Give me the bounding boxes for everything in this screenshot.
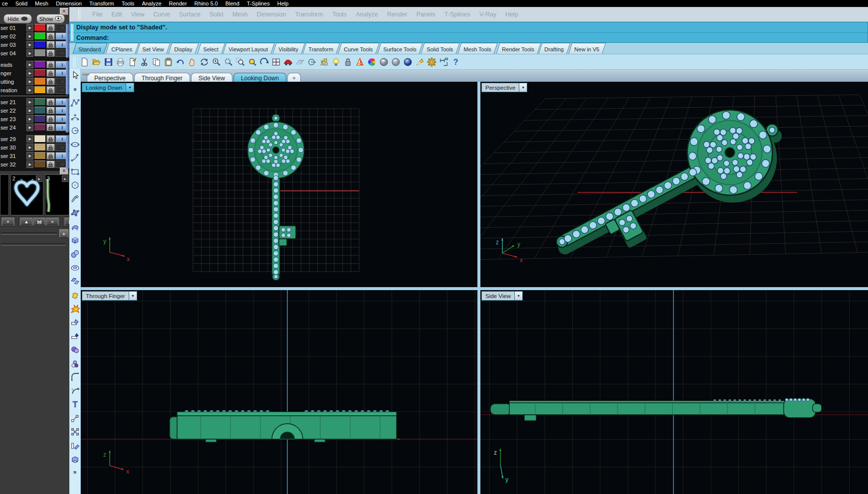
menu-item-t-splines[interactable]: T-Splines xyxy=(444,11,470,18)
layer-lock-icon[interactable] xyxy=(46,24,55,31)
layer-color-swatch[interactable] xyxy=(34,69,46,77)
viewport-title-side-view[interactable]: Side View ▼ xyxy=(481,291,523,301)
toolbar-tab-mesh-tools[interactable]: Mesh Tools xyxy=(458,43,498,54)
menu-item-tools[interactable]: Tools xyxy=(332,11,347,18)
arc-icon[interactable] xyxy=(70,112,80,122)
panel-add-button[interactable]: + xyxy=(59,229,68,238)
toolbar-more-button[interactable]: » xyxy=(73,469,77,476)
point-icon[interactable] xyxy=(70,85,80,94)
looking-down-canvas[interactable]: yx xyxy=(81,82,477,287)
menu-item-surface[interactable]: Surface xyxy=(179,11,201,18)
thumbnail-delete-button[interactable]: × xyxy=(2,218,14,225)
thumbnail-slot-partial[interactable] xyxy=(0,174,9,215)
torus-icon[interactable] xyxy=(70,263,80,272)
spheres-icon[interactable] xyxy=(70,249,80,259)
polyline-icon[interactable] xyxy=(70,98,80,108)
boolean-diff-icon[interactable] xyxy=(70,359,80,368)
layer-color-swatch[interactable] xyxy=(34,107,46,114)
layer-expand-arrow-icon[interactable]: ▶ xyxy=(26,69,34,77)
sphere-render-icon[interactable] xyxy=(402,56,414,68)
layer-expand-arrow-icon[interactable]: ▶ xyxy=(26,107,34,114)
toolbar-tab-render-tools[interactable]: Render Tools xyxy=(496,43,541,54)
sys-menu-item-rhino-5-0[interactable]: Rhino 5.0 xyxy=(195,0,218,6)
gear-icon[interactable] xyxy=(426,56,437,68)
menu-item-view[interactable]: View xyxy=(131,11,145,18)
zoom-window-icon[interactable] xyxy=(234,56,246,68)
open-file-icon[interactable] xyxy=(90,56,102,68)
undo-icon[interactable] xyxy=(174,56,186,68)
sphere-shaded-icon[interactable] xyxy=(378,56,390,68)
thumbnail-slot-2[interactable]: 2▶ xyxy=(10,174,43,215)
ellipse-icon[interactable] xyxy=(70,140,80,149)
rectangle-icon[interactable] xyxy=(70,167,80,176)
layer-row[interactable]: ser 21▶I xyxy=(0,98,69,106)
sys-menu-item-ce[interactable]: ce xyxy=(2,0,8,6)
toolbar-tab-new-in-v5[interactable]: New in V5 xyxy=(568,43,606,54)
zoom-dynamic-icon[interactable] xyxy=(222,56,234,68)
menu-item-edit[interactable]: Edit xyxy=(111,11,122,18)
show-button[interactable]: Show xyxy=(36,14,65,23)
patches-icon[interactable] xyxy=(70,277,80,286)
layer-lock-icon[interactable] xyxy=(46,78,55,85)
layer-lock-icon[interactable] xyxy=(46,124,55,131)
layer-color-swatch[interactable] xyxy=(34,115,46,123)
layer-color-swatch[interactable] xyxy=(34,78,46,85)
layer-lock-icon[interactable] xyxy=(46,107,55,114)
layer-color-swatch[interactable] xyxy=(34,61,46,68)
command-grip[interactable] xyxy=(71,24,73,41)
layer-expand-arrow-icon[interactable]: ▶ xyxy=(26,124,34,131)
viewport-side-view[interactable]: zy Side View ▼ xyxy=(480,290,868,494)
pointer-icon[interactable] xyxy=(70,71,80,80)
layer-row[interactable]: ser 02▶I xyxy=(0,32,69,40)
print-icon[interactable] xyxy=(114,56,126,68)
viewport-add-tab[interactable]: + xyxy=(287,73,301,83)
layer-lock-icon[interactable] xyxy=(46,41,55,48)
knife-icon[interactable] xyxy=(70,441,80,451)
toolbar-tab-drafting[interactable]: Drafting xyxy=(539,43,571,54)
layer-color-swatch[interactable] xyxy=(34,24,46,31)
copy-page-icon[interactable] xyxy=(126,56,138,68)
circle-icon[interactable] xyxy=(70,126,80,135)
sys-menu-item-solid[interactable]: Solid xyxy=(15,0,27,6)
thumbnail-save-button[interactable] xyxy=(33,218,45,225)
layer-lock-icon[interactable] xyxy=(46,49,55,57)
osnap-icon[interactable] xyxy=(318,56,330,68)
viewport-menu-arrow-icon[interactable]: ▼ xyxy=(126,83,134,92)
move-icon[interactable] xyxy=(70,414,80,423)
toolbar-tab-transform[interactable]: Transform xyxy=(303,43,340,54)
save-icon[interactable] xyxy=(102,56,114,68)
cage-icon[interactable] xyxy=(70,455,80,464)
layer-expand-arrow-icon[interactable]: ▶ xyxy=(26,61,34,68)
layer-row[interactable]: eads▶I xyxy=(0,61,69,68)
layer-expand-arrow-icon[interactable]: ▶ xyxy=(26,49,34,57)
layer-row[interactable]: ser 22▶I xyxy=(0,107,69,114)
layer-row[interactable]: ser 24▶I xyxy=(0,124,69,131)
lock-icon[interactable] xyxy=(342,56,354,68)
menubar-grip[interactable] xyxy=(78,9,80,19)
layer-expand-arrow-icon[interactable]: ▶ xyxy=(26,152,34,160)
boolean-union-icon[interactable] xyxy=(70,345,80,354)
layer-scrollbar[interactable] xyxy=(66,61,69,95)
text-icon[interactable]: T xyxy=(70,400,80,409)
extend-icon[interactable] xyxy=(70,386,80,396)
split-icon[interactable] xyxy=(70,331,80,341)
layer-color-swatch[interactable] xyxy=(34,41,46,48)
menu-item-panels[interactable]: Panels xyxy=(417,11,435,18)
layer-color-swatch[interactable] xyxy=(34,49,46,57)
viewport-menu-arrow-icon[interactable]: ▼ xyxy=(129,292,137,300)
side-view-canvas[interactable]: zy xyxy=(480,290,868,494)
menu-item-dimension[interactable]: Dimension xyxy=(256,11,286,18)
box-icon[interactable] xyxy=(70,235,80,245)
layer-row[interactable]: utting▶○ xyxy=(0,78,69,85)
color-wheel-icon[interactable] xyxy=(366,56,378,68)
polygon-icon[interactable] xyxy=(70,180,80,190)
layer-row[interactable]: ser 03▶I xyxy=(0,41,69,48)
menu-item-solid[interactable]: Solid xyxy=(210,11,223,18)
help-icon[interactable]: ? xyxy=(449,56,461,68)
rotate-view-icon[interactable] xyxy=(198,56,210,68)
layer-expand-arrow-icon[interactable]: ▶ xyxy=(26,115,34,123)
fillet-icon[interactable] xyxy=(70,372,80,382)
viewport-tab-perspective[interactable]: Perspective xyxy=(87,73,133,83)
copy-icon[interactable] xyxy=(150,56,162,68)
toolbar-tab-visibility[interactable]: Visibility xyxy=(272,43,305,54)
